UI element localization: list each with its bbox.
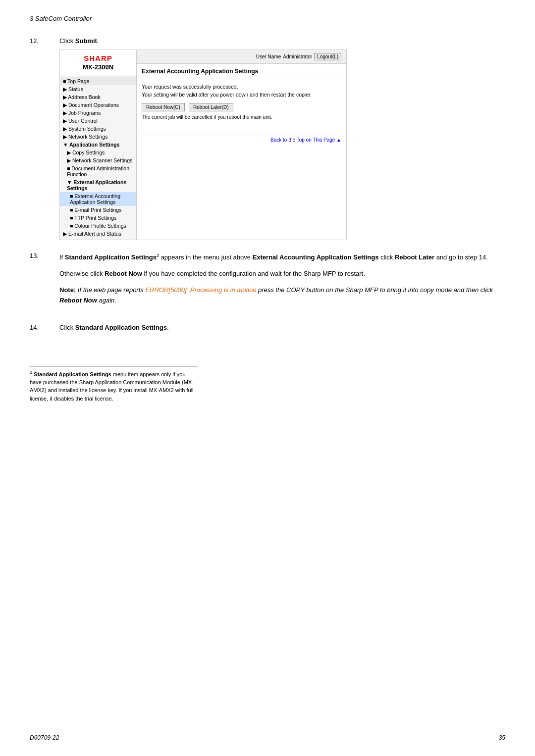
ui-main-header: User Name Administrator Logout(L) xyxy=(137,50,346,64)
ui-main: User Name Administrator Logout(L) Extern… xyxy=(137,50,346,240)
note-reboot-bold: Reboot Now xyxy=(59,297,97,304)
footnote-num: 2 xyxy=(30,370,32,375)
footer-right: 35 xyxy=(499,734,505,741)
nav-application-settings[interactable]: ▼ Application Settings xyxy=(60,141,136,149)
page-footer: D60709-22 35 xyxy=(30,734,505,741)
user-name: Administrator xyxy=(283,54,312,59)
note-label: Note: xyxy=(59,286,76,294)
step13-bold3: Reboot Later xyxy=(395,253,434,261)
step-12-text-prefix: Click xyxy=(59,37,75,45)
user-label: User Name xyxy=(256,54,281,59)
step-12-text-suffix: . xyxy=(97,37,99,45)
nav-email-alert[interactable]: ▶ E-mail Alert and Status xyxy=(60,230,136,238)
step-13-content: If Standard Application Settings2 appear… xyxy=(59,252,505,312)
logout-button[interactable]: Logout(L) xyxy=(314,53,341,60)
step13-otherwise-prefix: Otherwise click xyxy=(59,270,105,277)
step-number-12: 12. xyxy=(30,37,59,240)
ui-sidebar: SHARP MX-2300N ■ Top Page ▶ Status ▶ Add… xyxy=(60,50,137,240)
step13-prefix: If xyxy=(59,253,65,261)
nav-external-apps[interactable]: ▼ External Applications Settings xyxy=(60,178,136,192)
footnote-text: 2 Standard Application Settings menu ite… xyxy=(30,369,198,403)
nav-copy-settings[interactable]: ▶ Copy Settings xyxy=(60,149,136,156)
footnote-bold: Standard Application Settings xyxy=(34,371,111,377)
footer-left: D60709-22 xyxy=(30,734,59,741)
nav-job-programs[interactable]: ▶ Job Programs xyxy=(60,109,136,117)
step-14-label: Click Standard Application Settings. xyxy=(59,324,505,331)
step-13-text1: If Standard Application Settings2 appear… xyxy=(59,252,505,263)
nav-top-page[interactable]: ■ Top Page xyxy=(60,77,136,85)
nav-email-print[interactable]: ■ E-mail Print Settings xyxy=(60,206,136,214)
sidebar-header: SHARP MX-2300N xyxy=(60,50,136,75)
step-13-note: Note: If the web page reports ERROR[5000… xyxy=(59,285,505,306)
nav-address-book[interactable]: ▶ Address Book xyxy=(60,93,136,101)
model-name: MX-2300N xyxy=(64,63,132,71)
nav-user-control[interactable]: ▶ User Control xyxy=(60,117,136,125)
step14-prefix: Click xyxy=(59,324,75,331)
nav-network-scanner[interactable]: ▶ Network Scanner Settings xyxy=(60,156,136,164)
reboot-now-button[interactable]: Reboot Now(C) xyxy=(142,103,185,111)
step13-middle: click xyxy=(378,253,395,261)
step13-suffix1: appears in the menu just above xyxy=(159,253,253,261)
ui-screenshot: SHARP MX-2300N ■ Top Page ▶ Status ▶ Add… xyxy=(59,50,347,240)
step14-suffix: . xyxy=(167,324,169,331)
note-end: again. xyxy=(97,297,116,304)
nav-colour-profile[interactable]: ■ Colour Profile Settings xyxy=(60,222,136,230)
note-italic-prefix: If the web page reports xyxy=(76,286,145,294)
nav-ftp-print[interactable]: ■ FTP Print Settings xyxy=(60,214,136,222)
reboot-note: The current job will be cancelled if you… xyxy=(142,114,341,120)
step13-otherwise-suffix: if you have completed the configuration … xyxy=(142,270,365,277)
user-info: User Name Administrator Logout(L) xyxy=(256,53,341,60)
nav-network-settings[interactable]: ▶ Network Settings xyxy=(60,133,136,141)
nav-system-settings[interactable]: ▶ System Settings xyxy=(60,125,136,133)
nav-status[interactable]: ▶ Status xyxy=(60,85,136,93)
nav-document-operations[interactable]: ▶ Document Operations xyxy=(60,101,136,109)
chapter-title: 3 SafeCom Controller xyxy=(30,15,505,22)
step-14: 14. Click Standard Application Settings. xyxy=(30,324,505,336)
note-error: ERROR[5000]: Processing is in motion xyxy=(145,286,256,294)
step13-bold1: Standard Application Settings xyxy=(65,253,157,261)
ui-page-title: External Accounting Application Settings xyxy=(137,64,346,79)
success-line2: Your setting will be valid after you pow… xyxy=(142,91,341,99)
sidebar-nav: ■ Top Page ▶ Status ▶ Address Book ▶ Doc… xyxy=(60,75,136,240)
step14-bold: Standard Application Settings xyxy=(75,324,167,331)
back-to-top-link[interactable]: Back to the Top on This Page ▲ xyxy=(142,135,341,143)
nav-ext-accounting-active[interactable]: ■ External Accounting Application Settin… xyxy=(60,192,136,206)
note-italic-suffix: press the COPY button on the Sharp MFP t… xyxy=(256,286,493,294)
step13-bold2: External Accounting Application Settings xyxy=(253,253,379,261)
success-line1: Your request was successfully processed. xyxy=(142,83,341,91)
step-number-13: 13. xyxy=(30,252,59,312)
step-13: 13. If Standard Application Settings2 ap… xyxy=(30,252,505,312)
step13-end: and go to step 14. xyxy=(434,253,488,261)
nav-doc-admin[interactable]: ■ Document Administration Function xyxy=(60,164,136,178)
sharp-logo: SHARP xyxy=(64,54,132,62)
footnote: 2 Standard Application Settings menu ite… xyxy=(30,366,198,403)
step-number-14: 14. xyxy=(30,324,59,336)
step-12-content: Click Submit. SHARP MX-2300N ■ Top Page … xyxy=(59,37,505,240)
reboot-later-button[interactable]: Reboot Later(D) xyxy=(189,103,233,111)
step13-rebootnow: Reboot Now xyxy=(105,270,142,277)
step-12: 12. Click Submit. SHARP MX-2300N ■ Top P… xyxy=(30,37,505,240)
step-12-text-bold: Submit xyxy=(75,37,97,45)
step-13-text2: Otherwise click Reboot Now if you have c… xyxy=(59,269,505,279)
success-message: Your request was successfully processed.… xyxy=(142,83,341,99)
step-12-label: Click Submit. xyxy=(59,37,505,45)
step-14-content: Click Standard Application Settings. xyxy=(59,324,505,336)
ui-main-body: Your request was successfully processed.… xyxy=(137,79,346,147)
reboot-buttons: Reboot Now(C) Reboot Later(D) xyxy=(142,103,341,111)
